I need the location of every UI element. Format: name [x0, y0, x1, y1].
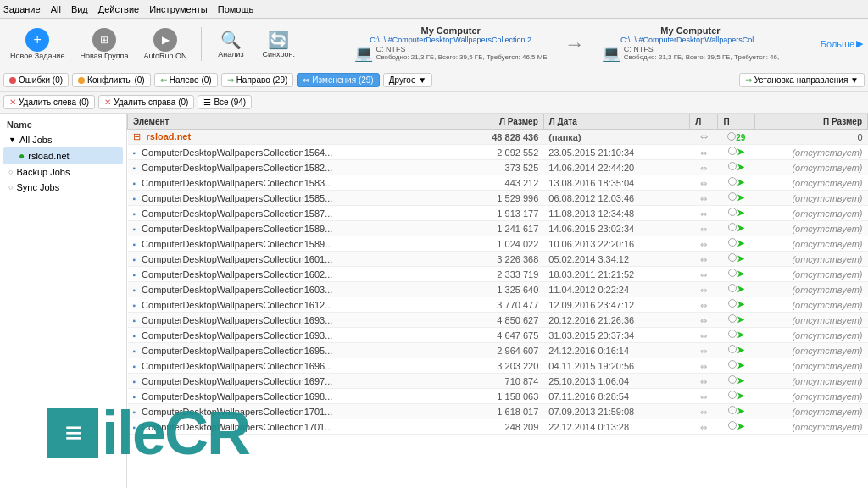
- conflicts-button[interactable]: Конфликты (0): [72, 73, 151, 87]
- circle-empty-icon: [728, 269, 737, 277]
- analysis-button[interactable]: 🔍 Анализ: [210, 27, 253, 61]
- file-icon: ▪: [133, 286, 136, 295]
- file-table[interactable]: Элемент Л Размер Л Дата Л П П Размер ⊟ r…: [127, 114, 868, 488]
- left-button[interactable]: ⇐ Налево (0): [154, 73, 218, 87]
- file-size-cell: 3 770 477: [442, 297, 543, 313]
- menu-help[interactable]: Помощь: [218, 4, 254, 14]
- left-arrow-icon: ⇔: [700, 377, 707, 386]
- sidebar-item-sync[interactable]: ○ Sync Jobs: [3, 180, 123, 195]
- chevron-right-icon2: ○: [8, 183, 13, 191]
- new-task-button[interactable]: + Новое Задание: [5, 25, 70, 63]
- file-name-cell: ▪ ComputerDesktopWallpapersCollection170…: [128, 419, 442, 435]
- file-p-cell: ➤: [718, 267, 755, 282]
- table-row[interactable]: ▪ ComputerDesktopWallpapersCollection169…: [128, 343, 868, 358]
- menu-zadanie[interactable]: Задание: [3, 4, 41, 14]
- file-size-cell: 3 203 220: [442, 358, 543, 374]
- file-p-cell: ➤: [718, 252, 755, 267]
- file-date-cell: 14.06.2015 23:02:34: [543, 221, 689, 236]
- col-l: Л: [690, 114, 718, 130]
- sidebar-item-rsload[interactable]: ● rsload.net: [3, 147, 123, 164]
- right-profile: My Computer C:\..\.#ComputerDesktopWallp…: [602, 25, 780, 63]
- job-icon: ●: [19, 150, 25, 162]
- table-row[interactable]: ▪ ComputerDesktopWallpapersCollection160…: [128, 252, 868, 267]
- other-button[interactable]: Другое ▼: [383, 73, 432, 87]
- file-name: ComputerDesktopWallpapersCollection1582.…: [142, 163, 332, 173]
- table-row[interactable]: ▪ ComputerDesktopWallpapersCollection161…: [128, 297, 868, 313]
- more-button[interactable]: Больше ▶: [821, 38, 863, 49]
- file-icon: ▪: [133, 347, 136, 356]
- autorun-button[interactable]: ▶ AutoRun ON: [139, 25, 192, 63]
- file-l-cell: ⇔: [690, 419, 718, 435]
- toolbar-separator2: [309, 27, 309, 61]
- file-date-cell: 11.04.2012 0:22:24: [543, 282, 689, 297]
- table-row[interactable]: ▪ ComputerDesktopWallpapersCollection158…: [128, 236, 868, 252]
- file-icon: ▪: [133, 408, 136, 417]
- file-date-cell: 13.08.2016 18:35:04: [543, 175, 689, 191]
- table-row[interactable]: ▪ ComputerDesktopWallpapersCollection158…: [128, 175, 868, 191]
- table-row[interactable]: ▪ ComputerDesktopWallpapersCollection169…: [128, 313, 868, 328]
- file-date-cell: 05.02.2014 3:34:12: [543, 252, 689, 267]
- delete-left-button[interactable]: ✕ Удалить слева (0): [3, 95, 95, 109]
- all-button[interactable]: ☰ Все (94): [198, 95, 252, 109]
- file-icon: ▪: [133, 301, 136, 310]
- sidebar-item-backup[interactable]: ○ Backup Jobs: [3, 164, 123, 180]
- circle-empty-icon: [728, 208, 737, 216]
- file-l-cell: ⇔: [690, 404, 718, 419]
- file-size-cell: 2 964 607: [442, 343, 543, 358]
- menu-tools[interactable]: Инструменты: [149, 4, 208, 14]
- file-name: ComputerDesktopWallpapersCollection1693.…: [142, 330, 332, 341]
- sidebar-item-alljobs[interactable]: ▼ All Jobs: [3, 132, 123, 147]
- sync-button[interactable]: 🔄 Синхрон.: [258, 27, 300, 61]
- circle-empty-icon: [728, 253, 737, 262]
- table-row[interactable]: ▪ ComputerDesktopWallpapersCollection169…: [128, 374, 868, 389]
- right-button[interactable]: ⇒ Направо (29): [221, 73, 294, 87]
- menu-action[interactable]: Действие: [98, 4, 139, 14]
- file-size-cell: 4 850 627: [442, 313, 543, 328]
- all-icon: ☰: [203, 97, 211, 107]
- content-area: Элемент Л Размер Л Дата Л П П Размер ⊟ r…: [127, 114, 868, 488]
- file-right-size-cell: (отсутствует): [755, 313, 868, 328]
- left-arrow-icon: ⇔: [700, 148, 707, 158]
- circle-empty-icon: [728, 345, 737, 353]
- table-row[interactable]: ▪ ComputerDesktopWallpapersCollection169…: [128, 358, 868, 374]
- left-arrow-icon: ⇔: [700, 225, 707, 234]
- file-date-cell: 07.09.2013 21:59:08: [543, 404, 689, 419]
- direction-button[interactable]: ⇒ Установка направления ▼: [739, 73, 865, 87]
- table-row[interactable]: ▪ ComputerDesktopWallpapersCollection170…: [128, 419, 868, 435]
- left-arrow-icon: ⇔: [700, 286, 707, 295]
- profile-section: My Computer C:\..\.#ComputerDesktopWallp…: [318, 25, 815, 63]
- folder-row[interactable]: ⊟ rsload.net 48 828 436 (папка) ⇔ 29 0: [128, 130, 868, 145]
- circle-empty-icon: [728, 177, 737, 186]
- table-row[interactable]: ▪ ComputerDesktopWallpapersCollection170…: [128, 404, 868, 419]
- file-date-cell: 22.12.2014 0:13:28: [543, 419, 689, 435]
- file-right-size-cell: (отсутствует): [755, 145, 868, 160]
- menu-vid[interactable]: Вид: [71, 4, 88, 14]
- table-row[interactable]: ▪ ComputerDesktopWallpapersCollection158…: [128, 206, 868, 221]
- left-arrows-icon: ⇔: [700, 131, 708, 141]
- table-row[interactable]: ▪ ComputerDesktopWallpapersCollection156…: [128, 145, 868, 160]
- table-row[interactable]: ▪ ComputerDesktopWallpapersCollection158…: [128, 221, 868, 236]
- green-arrow-icon: ➤: [737, 147, 744, 157]
- file-size-cell: 1 913 177: [442, 206, 543, 221]
- table-row[interactable]: ▪ ComputerDesktopWallpapersCollection160…: [128, 267, 868, 282]
- table-row[interactable]: ▪ ComputerDesktopWallpapersCollection158…: [128, 160, 868, 175]
- sidebar: Name ▼ All Jobs ● rsload.net ○ Backup Jo…: [0, 114, 127, 488]
- table-row[interactable]: ▪ ComputerDesktopWallpapersCollection169…: [128, 389, 868, 404]
- file-icon: ▪: [133, 164, 136, 173]
- table-row[interactable]: ▪ ComputerDesktopWallpapersCollection169…: [128, 328, 868, 343]
- changes-button[interactable]: ⇔ Изменения (29): [297, 73, 379, 87]
- menu-all[interactable]: All: [51, 4, 61, 14]
- file-p-cell: ➤: [718, 191, 755, 206]
- changes-icon: ⇔: [303, 75, 309, 85]
- delete-right-button[interactable]: ✕ Удалить справа (0): [98, 95, 194, 109]
- file-name: ComputerDesktopWallpapersCollection1701.…: [142, 422, 332, 432]
- file-icon: ▪: [133, 194, 136, 203]
- table-row[interactable]: ▪ ComputerDesktopWallpapersCollection160…: [128, 282, 868, 297]
- file-name-cell: ▪ ComputerDesktopWallpapersCollection169…: [128, 328, 442, 343]
- file-l-cell: ⇔: [690, 206, 718, 221]
- new-group-button[interactable]: ⊞ Новая Группа: [75, 25, 133, 63]
- file-right-size-cell: (отсутствует): [755, 297, 868, 313]
- conflict-dot-icon: [78, 77, 85, 84]
- table-row[interactable]: ▪ ComputerDesktopWallpapersCollection158…: [128, 191, 868, 206]
- errors-button[interactable]: Ошибки (0): [3, 73, 69, 87]
